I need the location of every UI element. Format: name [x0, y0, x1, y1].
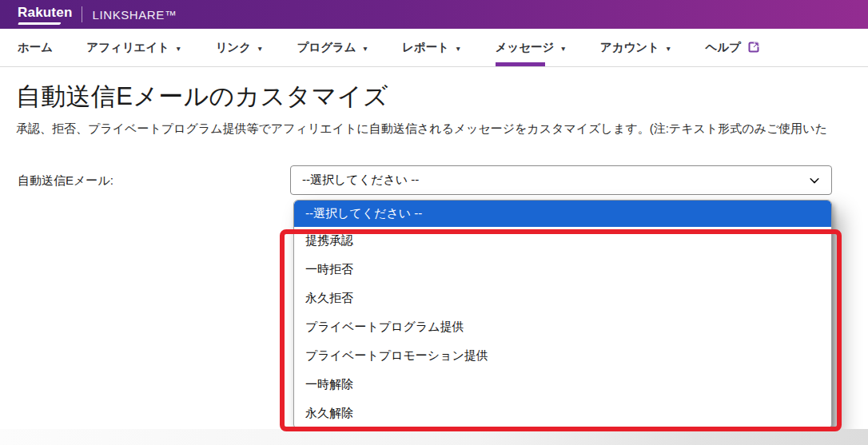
nav-item-label: リンク: [216, 40, 252, 55]
main-nav: ホーム アフィリエイト ▼ リンク ▼ プログラム ▼ レポート ▼ メッセージ…: [0, 29, 868, 67]
nav-item-label: プログラム: [297, 40, 356, 55]
nav-item-reports[interactable]: レポート ▼: [402, 29, 461, 66]
caret-down-icon: ▼: [665, 45, 671, 53]
page-description: 承認、拒否、プライベートプログラム提供等でアフィリエイトに自動送信されるメッセー…: [16, 121, 868, 137]
nav-item-label: メッセージ: [496, 40, 555, 55]
active-tab-underline: [496, 62, 545, 66]
linkshare-product-name: LINKSHARE™: [92, 8, 177, 22]
rakuten-logo: Rakuten: [18, 5, 72, 24]
dropdown-option-perm-decline[interactable]: 永久拒否: [294, 284, 831, 313]
page-title: 自動送信Eメールのカスタマイズ: [16, 80, 868, 113]
dropdown-option-private-program-offer[interactable]: プライベートプログラム提供: [294, 313, 831, 342]
chevron-down-icon: [809, 175, 820, 186]
brand-divider: [82, 6, 82, 22]
external-link-icon: [748, 41, 760, 55]
select-current-value: --選択してください --: [302, 173, 809, 188]
nav-item-label: アカウント: [600, 40, 659, 55]
nav-item-label: ホーム: [18, 40, 53, 55]
nav-item-label: ヘルプ: [705, 40, 741, 55]
nav-item-messages[interactable]: メッセージ ▼: [496, 29, 567, 66]
nav-item-programs[interactable]: プログラム ▼: [297, 29, 368, 66]
caret-down-icon: ▼: [559, 45, 566, 53]
caret-down-icon: ▼: [455, 45, 461, 53]
nav-item-label: レポート: [402, 40, 449, 55]
auto-email-label: 自動送信Eメール:: [18, 173, 113, 189]
auto-email-select[interactable]: --選択してください --: [290, 165, 832, 195]
caret-down-icon: ▼: [175, 45, 181, 53]
dropdown-option-temp-removal[interactable]: 一時解除: [294, 371, 831, 399]
nav-item-home[interactable]: ホーム: [18, 29, 53, 66]
nav-item-account[interactable]: アカウント ▼: [600, 29, 672, 66]
nav-item-affiliate[interactable]: アフィリエイト ▼: [86, 29, 181, 66]
dropdown-option-private-promotion-offer[interactable]: プライベートプロモーション提供: [294, 342, 831, 371]
dropdown-option-approval[interactable]: 提携承認: [294, 227, 831, 256]
app-header: Rakuten LINKSHARE™: [0, 0, 868, 29]
auto-email-dropdown-list: --選択してください -- 提携承認 一時拒否 永久拒否 プライベートプログラム…: [293, 200, 832, 429]
nav-item-help[interactable]: ヘルプ: [705, 29, 760, 66]
nav-item-label: アフィリエイト: [86, 40, 169, 55]
page-bottom-shade: [0, 429, 868, 445]
nav-item-links[interactable]: リンク ▼: [216, 29, 264, 66]
caret-down-icon: ▼: [362, 45, 368, 53]
dropdown-option-temp-decline[interactable]: 一時拒否: [294, 256, 831, 284]
dropdown-option-perm-removal[interactable]: 永久解除: [294, 399, 831, 428]
caret-down-icon: ▼: [257, 45, 263, 53]
dropdown-option-placeholder[interactable]: --選択してください --: [294, 201, 831, 227]
